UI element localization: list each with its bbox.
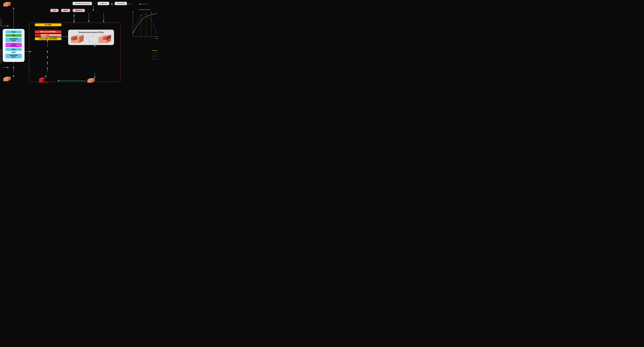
- svg-marker-35: [3, 78, 8, 81]
- legend-line-magenta: [152, 59, 157, 59]
- legend-area: → → →: [152, 50, 160, 60]
- block-scale-top: Scale: [6, 31, 22, 33]
- top-row: Re-written long prompt ← LLaMa-3.1 ← Tex…: [72, 2, 127, 5]
- partial-red-left: [35, 34, 41, 37]
- box-llama: LLaMa-3.1: [98, 2, 109, 5]
- timesteps-label: Timesteps t_i: [0, 18, 2, 27]
- xn-label: x N: [21, 59, 23, 61]
- chart-y-label: correlation precision: [130, 9, 160, 10]
- encoder-row: UL2 ByT5 MetaCLIP: [50, 9, 85, 12]
- brick-topleft: [3, 2, 11, 7]
- tesa-brick-right: [98, 34, 111, 43]
- tesa-brick-left: [71, 34, 84, 43]
- brick-bottom-right: [87, 78, 95, 83]
- svg-marker-69: [146, 13, 146, 14]
- review-tokens-label: Review Tokens: [39, 82, 48, 83]
- svg-marker-53: [103, 37, 106, 40]
- legend-cyan: →: [152, 52, 160, 54]
- brick-center-top: [42, 34, 49, 39]
- chart-area: correlation precision range: [130, 9, 160, 48]
- svg-marker-65: [156, 36, 158, 37]
- legend-line-green: [152, 56, 157, 56]
- svg-marker-67: [140, 15, 142, 16]
- svg-marker-64: [132, 11, 133, 12]
- block-rev-rms: Rev-RMS: [35, 24, 62, 26]
- chart-svg: range: [130, 11, 158, 42]
- svg-marker-71: [151, 12, 152, 13]
- encoder-ul2: UL2: [50, 9, 58, 12]
- block-ffn: FFN: [6, 34, 22, 37]
- svg-marker-56: [39, 79, 43, 82]
- svg-text:range: range: [155, 38, 158, 39]
- tesa-panel: TEmporal Swin Attention (TESA): [68, 30, 114, 45]
- svg-marker-38: [42, 36, 46, 39]
- block-mate: MATE: [12, 52, 16, 53]
- legend-orange: [152, 50, 160, 51]
- block-scale-mid: Scale: [6, 48, 22, 51]
- brick-bottomleft: [3, 77, 11, 82]
- box-rewritten: Re-written long prompt: [72, 2, 92, 5]
- encoder-byt5: ByT5: [61, 9, 70, 12]
- block-cross-attention: CrossAttention: [6, 43, 22, 47]
- tesa-bricks: [71, 34, 111, 43]
- svg-marker-47: [71, 37, 75, 40]
- left-panel: Scale FFN Scale/ShiftNorm CrossAttention…: [3, 29, 24, 62]
- tesa-arrows: [88, 35, 94, 43]
- block-scale-shift-top: Scale/ShiftNorm: [6, 38, 22, 42]
- svg-marker-59: [87, 80, 92, 83]
- encoder-metaclip: MetaCLIP: [73, 9, 85, 12]
- block-residual: [38, 27, 58, 30]
- block-bidir-mamba: Bidirectional MAMBA2: [35, 30, 62, 33]
- legend-green: →: [152, 55, 160, 57]
- box-text-prompt: Text prompt: [115, 2, 127, 5]
- legend-line-orange: [152, 50, 157, 51]
- legend-magenta: →: [152, 58, 160, 60]
- block-scale-shift-bot: Scale/ShiftNorm: [6, 54, 22, 58]
- svg-marker-32: [3, 4, 8, 7]
- positional-label: Positional Embedding: [0, 49, 2, 63]
- legend-line-cyan: [152, 53, 157, 53]
- tesa-title: TEmporal Swin Attention (TESA): [78, 32, 104, 33]
